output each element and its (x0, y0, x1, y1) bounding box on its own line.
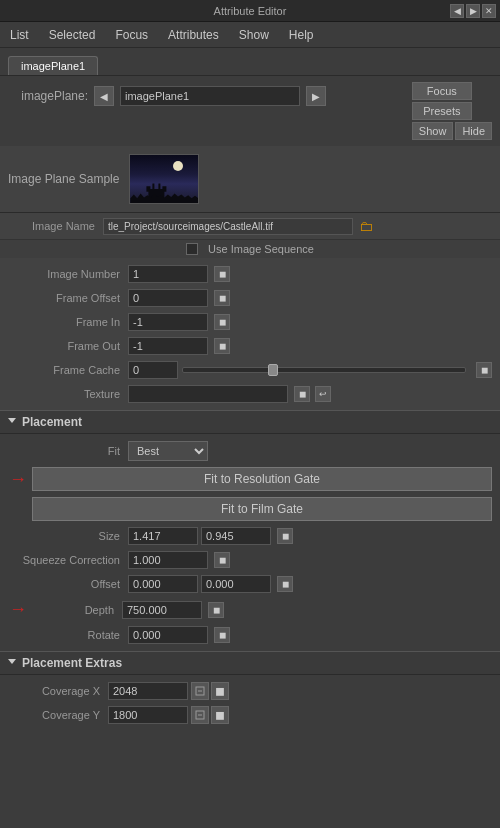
size-row: Size ◼ (0, 524, 500, 548)
frame-in-label: Frame In (8, 316, 128, 328)
frame-offset-row: Frame Offset ◼ (8, 286, 492, 310)
fit-to-film-gate-button[interactable]: Fit to Film Gate (32, 497, 492, 521)
frame-in-row: Frame In ◼ (8, 310, 492, 334)
offset-input2[interactable] (201, 575, 271, 593)
imageplane-row: imagePlane: ◀ ▶ (8, 82, 406, 110)
frame-out-icon1[interactable]: ◼ (214, 338, 230, 354)
imageplane-label: imagePlane: (8, 89, 88, 103)
offset-icon[interactable]: ◼ (277, 576, 293, 592)
use-image-sequence-row: Use Image Sequence (0, 240, 500, 258)
menu-attributes[interactable]: Attributes (164, 26, 223, 44)
tab-bar: imagePlane1 (0, 48, 500, 76)
texture-icon1[interactable]: ◼ (294, 386, 310, 402)
hide-button[interactable]: Hide (455, 122, 492, 140)
frame-cache-row: Frame Cache ◼ (8, 358, 492, 382)
frame-out-label: Frame Out (8, 340, 128, 352)
frame-cache-label: Frame Cache (8, 364, 128, 376)
right-buttons: Focus Presets Show Hide (412, 82, 492, 140)
texture-input[interactable] (128, 385, 288, 403)
frame-offset-input[interactable] (128, 289, 208, 307)
image-name-value: tle_Project/sourceimages/CastleAll.tif (103, 218, 353, 235)
fit-film-gate-row: Fit to Film Gate (0, 494, 500, 524)
coverage-x-row: Coverage X ◼ (0, 679, 500, 703)
depth-label: Depth (32, 604, 122, 616)
imageplane-input[interactable] (120, 86, 300, 106)
red-arrow-resolution: → (8, 469, 32, 490)
menu-selected[interactable]: Selected (45, 26, 100, 44)
size-input2[interactable] (201, 527, 271, 545)
image-number-row: Image Number ◼ (8, 262, 492, 286)
frame-in-icon1[interactable]: ◼ (214, 314, 230, 330)
placement-body: Fit Best Fill Horizontal Vertical To Siz… (0, 434, 500, 651)
size-label: Size (8, 530, 128, 542)
placement-extras-triangle (8, 659, 16, 668)
fields-section: Image Number ◼ Frame Offset ◼ Frame In ◼… (0, 258, 500, 410)
minimize-icon[interactable]: ◀ (450, 4, 464, 18)
presets-button[interactable]: Presets (412, 102, 472, 120)
depth-icon[interactable]: ◼ (208, 602, 224, 618)
coverage-x-input[interactable] (108, 682, 188, 700)
title-bar-text: Attribute Editor (214, 5, 287, 17)
size-input1[interactable] (128, 527, 198, 545)
depth-row: → Depth ◼ (0, 596, 500, 623)
frame-cache-icon1[interactable]: ◼ (476, 362, 492, 378)
title-bar-icons: ◀ ▶ ✕ (450, 4, 496, 18)
image-sample-thumb (129, 154, 199, 204)
placement-triangle (8, 418, 16, 427)
rotate-icon[interactable]: ◼ (214, 627, 230, 643)
menu-show[interactable]: Show (235, 26, 273, 44)
placement-extras-section-header[interactable]: Placement Extras (0, 651, 500, 675)
menu-list[interactable]: List (6, 26, 33, 44)
maximize-icon[interactable]: ▶ (466, 4, 480, 18)
size-icon[interactable]: ◼ (277, 528, 293, 544)
placement-extras-body: Coverage X ◼ Coverage Y ◼ (0, 675, 500, 726)
show-button[interactable]: Show (412, 122, 454, 140)
scroll-area[interactable]: Image Plane Sample Image Name tle_Projec… (0, 146, 500, 726)
image-sample-section: Image Plane Sample (0, 146, 500, 213)
image-number-input[interactable] (128, 265, 208, 283)
squeeze-correction-row: Squeeze Correction ◼ (0, 548, 500, 572)
fit-row: Fit Best Fill Horizontal Vertical To Siz… (0, 438, 500, 464)
menu-focus[interactable]: Focus (111, 26, 152, 44)
coverage-x-icon2[interactable]: ◼ (211, 682, 229, 700)
frame-cache-input[interactable] (128, 361, 178, 379)
close-icon[interactable]: ✕ (482, 4, 496, 18)
coverage-y-icon2[interactable]: ◼ (211, 706, 229, 724)
fit-label: Fit (8, 445, 128, 457)
offset-label: Offset (8, 578, 128, 590)
texture-icon2[interactable]: ↩ (315, 386, 331, 402)
imageplane-arrow-left[interactable]: ◀ (94, 86, 114, 106)
frame-offset-label: Frame Offset (8, 292, 128, 304)
rotate-row: Rotate ◼ (0, 623, 500, 647)
squeeze-correction-icon[interactable]: ◼ (214, 552, 230, 568)
focus-button[interactable]: Focus (412, 82, 472, 100)
main-content: imagePlane: ◀ ▶ Focus Presets Show Hide (0, 76, 500, 146)
frame-in-input[interactable] (128, 313, 208, 331)
tab-imageplane1[interactable]: imagePlane1 (8, 56, 98, 75)
rotate-input[interactable] (128, 626, 208, 644)
coverage-y-label: Coverage Y (8, 709, 108, 721)
coverage-y-row: Coverage Y ◼ (0, 703, 500, 726)
folder-icon[interactable]: 🗀 (357, 217, 375, 235)
depth-input[interactable] (122, 601, 202, 619)
image-number-icon1[interactable]: ◼ (214, 266, 230, 282)
rotate-label: Rotate (8, 629, 128, 641)
image-name-label: Image Name (8, 220, 103, 232)
menu-help[interactable]: Help (285, 26, 318, 44)
placement-section-header[interactable]: Placement (0, 410, 500, 434)
coverage-y-input[interactable] (108, 706, 188, 724)
coverage-y-icon1[interactable] (191, 706, 209, 724)
coverage-x-icon1[interactable] (191, 682, 209, 700)
frame-cache-slider[interactable] (182, 367, 466, 373)
frame-offset-icon1[interactable]: ◼ (214, 290, 230, 306)
squeeze-correction-label: Squeeze Correction (8, 554, 128, 566)
squeeze-correction-input[interactable] (128, 551, 208, 569)
offset-input1[interactable] (128, 575, 198, 593)
coverage-x-label: Coverage X (8, 685, 108, 697)
imageplane-arrow-right[interactable]: ▶ (306, 86, 326, 106)
fit-select[interactable]: Best Fill Horizontal Vertical To Size (128, 441, 208, 461)
fit-to-resolution-gate-button[interactable]: Fit to Resolution Gate (32, 467, 492, 491)
frame-out-input[interactable] (128, 337, 208, 355)
texture-label: Texture (8, 388, 128, 400)
use-image-sequence-checkbox[interactable] (186, 243, 198, 255)
